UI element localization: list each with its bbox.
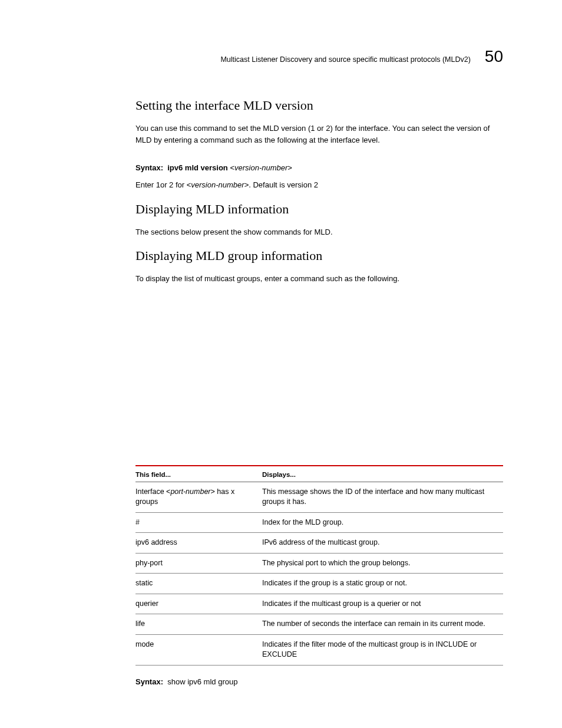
cell-field: mode: [135, 634, 262, 665]
heading-setting-version: Setting the interface MLD version: [135, 98, 503, 113]
chapter-number: 50: [485, 47, 503, 66]
cell-field: Interface <port-number> has x groups: [135, 482, 262, 512]
note-arg: version-number: [191, 180, 244, 189]
table-row: Interface <port-number> has x groups Thi…: [135, 482, 503, 512]
table-row: querier Indicates if the multicast group…: [135, 594, 503, 614]
table-row: life The number of seconds the interface…: [135, 614, 503, 635]
footer-syntax-label: Syntax:: [135, 677, 163, 686]
cell-desc: IPv6 address of the multicast group.: [262, 533, 503, 554]
table-row: mode Indicates if the filter mode of the…: [135, 634, 503, 665]
syntax-line-version: Syntax: ipv6 mld version <version-number…: [135, 163, 503, 172]
col-head-displays: Displays...: [262, 466, 503, 482]
running-header: Multicast Listener Discovery and source …: [135, 47, 503, 66]
cell-desc: Indicates if the multicast group is a qu…: [262, 594, 503, 614]
note-suffix: >. Default is version 2: [244, 180, 318, 189]
heading-displaying-info: Displaying MLD information: [135, 202, 503, 217]
table-row: static Indicates if the group is a stati…: [135, 574, 503, 594]
cell-desc: Indicates if the filter mode of the mult…: [262, 634, 503, 665]
content-gap: [135, 295, 503, 460]
page-content: Multicast Listener Discovery and source …: [0, 0, 562, 722]
syntax-note: Enter 1or 2 for <version-number>. Defaul…: [135, 179, 503, 191]
para-displaying-info: The sections below present the show comm…: [135, 226, 503, 238]
para-displaying-group: To display the list of multicast groups,…: [135, 273, 503, 285]
cell-field: querier: [135, 594, 262, 614]
cell-field: ipv6 address: [135, 533, 262, 554]
cell-field: phy-port: [135, 553, 262, 574]
syntax-arg-close: >: [287, 163, 292, 172]
running-title: Multicast Listener Discovery and source …: [220, 55, 470, 64]
field-pre: Interface <: [135, 487, 170, 496]
cell-field: #: [135, 512, 262, 533]
syntax-arg: version-number: [234, 163, 287, 172]
cell-desc: The number of seconds the interface can …: [262, 614, 503, 635]
cell-field: life: [135, 614, 262, 635]
cell-desc: The physical port to which the group bel…: [262, 553, 503, 574]
cell-desc: Indicates if the group is a static group…: [262, 574, 503, 594]
table-header-row: This field... Displays...: [135, 466, 503, 482]
para-setting-version: You can use this command to set the MLD …: [135, 123, 503, 146]
fields-table: This field... Displays... Interface <por…: [135, 465, 503, 666]
syntax-label: Syntax:: [135, 163, 163, 172]
field-arg: port-number: [170, 487, 210, 496]
table-row: # Index for the MLD group.: [135, 512, 503, 533]
syntax-arg-open: <: [228, 163, 234, 172]
table-row: ipv6 address IPv6 address of the multica…: [135, 533, 503, 554]
footer-syntax-cmd: show ipv6 mld group: [167, 677, 237, 686]
col-head-field: This field...: [135, 466, 262, 482]
cell-field: static: [135, 574, 262, 594]
cell-desc: This message shows the ID of the interfa…: [262, 482, 503, 512]
cell-desc: Index for the MLD group.: [262, 512, 503, 533]
note-prefix: Enter 1or 2 for <: [135, 180, 191, 189]
heading-displaying-group: Displaying MLD group information: [135, 248, 503, 263]
syntax-command: ipv6 mld version: [167, 163, 228, 172]
footer-syntax: Syntax: show ipv6 mld group: [135, 677, 503, 686]
table-row: phy-port The physical port to which the …: [135, 553, 503, 574]
